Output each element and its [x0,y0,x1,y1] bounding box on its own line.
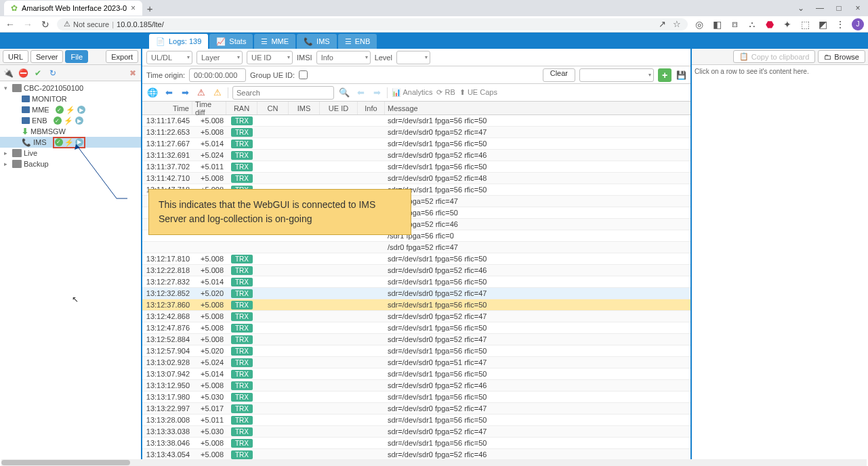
url-button[interactable]: URL [3,50,28,63]
prev-icon[interactable]: ⬅ [163,87,175,99]
nav-back-icon[interactable]: ← [4,19,16,30]
table-row[interactable]: 13:13:33.038+5.030TRXsdr=/dev/sdr0 fpga=… [142,426,690,438]
table-row[interactable]: 13:12:42.868+5.008TRXsdr=/dev/sdr0 fpga=… [142,311,690,322]
ext-icon-1[interactable]: ◎ [693,19,705,30]
search-next-icon[interactable]: ➡ [371,87,383,99]
save-icon[interactable]: 💾 [676,70,686,81]
col-tdiff[interactable]: Time diff [192,102,226,114]
table-row[interactable]: 13:13:02.928+5.024TRXsdr=/dev/sdr0 fpga=… [142,357,690,368]
info-select[interactable]: Info▾ [316,51,371,64]
col-msg[interactable]: Message [385,102,690,114]
delete-icon[interactable]: ✖ [127,68,138,79]
profile-avatar[interactable]: J [852,18,864,30]
table-row[interactable]: 13:13:38.046+5.008TRXsdr=/dev/sdr1 fpga=… [142,438,690,449]
search-prev-icon[interactable]: ⬅ [354,87,367,99]
tree-root[interactable]: ▾CBC-2021050100 [0,83,141,93]
ue-caps-button[interactable]: ⬆ UE Caps [459,88,497,97]
star-icon[interactable]: ☆ [673,19,681,29]
refresh-icon[interactable]: ↻ [47,68,58,79]
ext-icon-4[interactable]: ⛬ [746,19,758,30]
table-row[interactable]: 13:12:37.860+5.008TRXsdr=/dev/sdr1 fpga=… [142,299,690,311]
table-row[interactable]: 13:12:52.884+5.008TRXsdr=/dev/sdr0 fpga=… [142,334,690,345]
tab-close-icon[interactable]: × [131,3,136,13]
table-row[interactable]: 13:12:27.832+5.014TRXsdr=/dev/sdr1 fpga=… [142,276,690,288]
tab-ims[interactable]: 📞IMS [297,34,337,49]
col-cn[interactable]: CN [257,102,289,114]
col-info[interactable]: Info [358,102,385,114]
table-row[interactable]: 13:11:17.645+5.008TRXsdr=/dev/sdr1 fpga=… [142,115,690,127]
tree-mbmsgw[interactable]: ⬇MBMSGW [0,126,141,137]
tree-mme[interactable]: MME ✓⚡▶ [0,104,141,115]
uldl-select[interactable]: UL/DL▾ [146,51,192,64]
address-bar[interactable]: ⚠ Not secure | 10.0.0.185/lte/ ↗ ☆ [57,18,688,30]
level-select[interactable]: ▾ [396,51,430,64]
window-chevron-icon[interactable]: ⌄ [795,3,807,13]
table-row[interactable]: 13:12:47.876+5.008TRXsdr=/dev/sdr1 fpga=… [142,322,690,334]
table-row[interactable]: 13:13:17.980+5.030TRXsdr=/dev/sdr1 fpga=… [142,391,690,403]
window-min-icon[interactable]: — [814,3,826,13]
table-row[interactable]: 13:11:22.653+5.008TRXsdr=/dev/sdr0 fpga=… [142,127,690,138]
next-icon[interactable]: ➡ [179,87,191,99]
table-row[interactable]: 13:12:17.810+5.008TRXsdr=/dev/sdr1 fpga=… [142,253,690,265]
table-row[interactable]: 13:11:37.702+5.011TRXsdr=/dev/sdr1 fpga=… [142,161,690,173]
ext-icon-9[interactable]: ⋮ [834,19,846,30]
warn-red-icon[interactable]: ⚠ [195,87,207,99]
browser-tab[interactable]: ✿ Amarisoft Web Interface 2023-0 × [4,1,142,16]
ext-icon-5[interactable]: ⬣ [764,19,776,30]
stop-icon[interactable]: ⛔ [18,68,28,79]
ueid-select[interactable]: UE ID▾ [247,51,293,64]
window-max-icon[interactable]: □ [833,3,845,13]
warn-yellow-icon[interactable]: ⚠ [211,87,224,99]
table-row[interactable]: 13:13:28.008+5.011TRXsdr=/dev/sdr1 fpga=… [142,415,690,426]
browse-button[interactable]: 🗀Browse [818,50,865,63]
file-button[interactable]: File [65,50,88,63]
tab-stats[interactable]: 📈Stats [209,34,253,49]
preset-select[interactable]: ▾ [579,68,654,82]
tree-live[interactable]: ▸Live [0,148,141,158]
add-button[interactable]: + [658,68,671,82]
rb-button[interactable]: ⟳ RB [436,88,455,97]
window-close-icon[interactable]: × [852,3,864,13]
tree-enb[interactable]: ENB ✓⚡▶ [0,115,141,126]
layer-select[interactable]: Layer▾ [197,51,243,64]
export-button[interactable]: Export [106,50,138,63]
tab-mme[interactable]: ☰MME [254,34,295,49]
new-tab-button[interactable]: + [142,3,157,14]
table-row[interactable]: 13:12:32.852+5.020TRXsdr=/dev/sdr0 fpga=… [142,288,690,299]
server-button[interactable]: Server [30,50,63,63]
tab-logs[interactable]: 📄Logs: 139 [149,34,208,49]
connect-icon[interactable]: 🔌 [3,68,14,79]
table-row[interactable]: 13:11:42.710+5.008TRXsdr=/dev/sdr0 fpga=… [142,173,690,184]
tree-monitor[interactable]: MONITOR [0,93,141,104]
log-table-body[interactable]: 13:11:17.645+5.008TRXsdr=/dev/sdr1 fpga=… [142,115,690,466]
col-time[interactable]: Time [142,102,192,114]
nav-reload-icon[interactable]: ↻ [39,19,51,30]
table-row[interactable]: 13:13:12.950+5.008TRXsdr=/dev/sdr0 fpga=… [142,380,690,391]
ext-icon-7[interactable]: ⬚ [799,19,811,30]
globe-icon[interactable]: 🌐 [146,87,159,99]
col-ims[interactable]: IMS [289,102,320,114]
table-row[interactable]: 13:13:07.942+5.014TRXsdr=/dev/sdr1 fpga=… [142,368,690,380]
table-row[interactable]: 13:11:32.691+5.024TRXsdr=/dev/sdr0 fpga=… [142,150,690,161]
tree-backup[interactable]: ▸Backup [0,158,141,169]
horizontal-scrollbar[interactable] [1,459,867,466]
group-ue-checkbox[interactable] [299,70,308,79]
table-row[interactable]: 13:11:27.667+5.014TRXsdr=/dev/sdr1 fpga=… [142,138,690,150]
tab-enb[interactable]: ☰ENB [338,34,377,49]
col-ran[interactable]: RAN [226,102,257,114]
search-input[interactable] [232,86,334,100]
clear-button[interactable]: Clear [543,68,575,82]
check-icon[interactable]: ✔ [33,68,43,79]
table-row[interactable]: 13:12:57.904+5.020TRXsdr=/dev/sdr1 fpga=… [142,345,690,357]
ext-icon-3[interactable]: ⧈ [728,18,741,30]
ext-icon-6[interactable]: ✦ [781,19,793,30]
ext-icon-2[interactable]: ◧ [711,19,723,30]
table-row[interactable]: 13:12:22.818+5.008TRXsdr=/dev/sdr0 fpga=… [142,265,690,276]
share-icon[interactable]: ↗ [659,19,666,29]
tree-ims[interactable]: 📞IMS ✓⚡▶ [0,137,141,148]
binoculars-icon[interactable]: 🔍 [338,87,350,99]
ext-icon-8[interactable]: ◩ [817,19,829,30]
col-ueid[interactable]: UE ID [320,102,358,114]
table-row[interactable]: /sdr0 fpga=52 rfic=47 [142,242,690,253]
analytics-button[interactable]: 📊 Analytics [392,88,432,97]
